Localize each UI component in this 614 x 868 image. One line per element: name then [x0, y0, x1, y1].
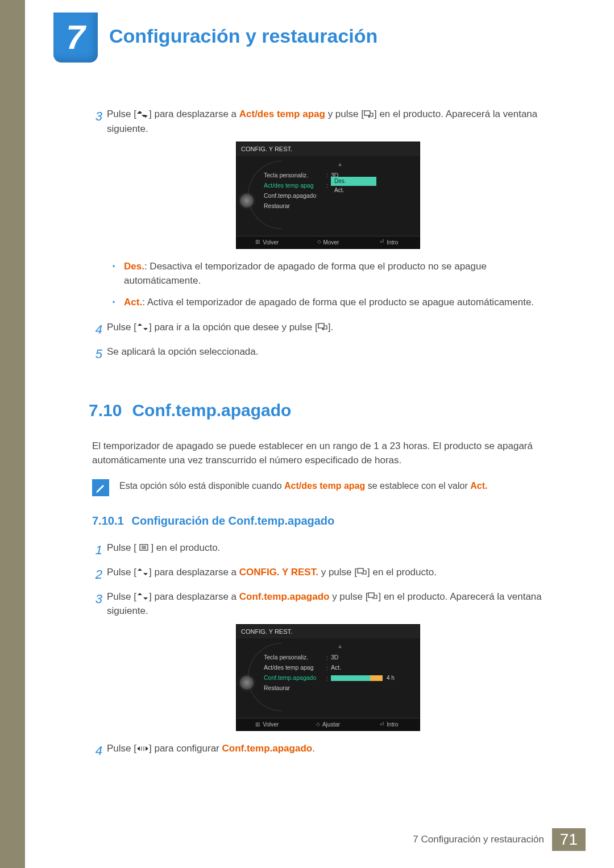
- highlight-text: Act.: [470, 481, 487, 491]
- osd-footer-back: ▥Volver: [237, 720, 297, 729]
- subsection-title-text: Configuración de Conf.temp.apagado: [132, 512, 335, 529]
- menu-icon: ▥: [255, 721, 260, 729]
- text: ] en el producto.: [148, 542, 221, 553]
- diamond-icon: ◇: [317, 238, 321, 246]
- sidebar-accent: [0, 0, 25, 868]
- text: ] para configurar: [149, 743, 222, 754]
- osd-item-value: Act.: [331, 663, 416, 672]
- bullet-icon: •: [113, 259, 124, 288]
- svg-rect-0: [364, 111, 370, 115]
- text: Pulse [: [107, 322, 136, 333]
- sub-step-2: 2 Pulse [] para desplazarse a CONFIG. Y …: [92, 565, 564, 584]
- text: ].: [328, 322, 333, 333]
- highlight-text: CONFIG. Y REST.: [239, 567, 318, 578]
- section-number: 7.10: [89, 397, 122, 423]
- text: ] en el producto.: [367, 567, 437, 578]
- chapter-title: Configuración y restauración: [109, 25, 377, 47]
- text: Esta opción sólo está disponible cuando: [119, 481, 284, 491]
- enter-icon: [357, 568, 367, 576]
- step-3: 3 Pulse [] para desplazarse a Act/des te…: [92, 107, 564, 136]
- text: Pulse [: [107, 743, 136, 754]
- osd-screenshot-1: CONFIG. Y REST. ▲ Tecla personaliz. : 3D…: [236, 142, 420, 249]
- up-down-icon: [136, 592, 149, 600]
- note-icon: [92, 479, 109, 496]
- step-number: 2: [90, 565, 107, 584]
- step-number: 3: [90, 107, 107, 136]
- diamond-icon: ◇: [316, 721, 320, 729]
- osd-footer-back: ▥Volver: [237, 238, 297, 247]
- osd-title: CONFIG. Y REST.: [237, 142, 420, 156]
- osd-row: Restaurar: [264, 201, 416, 211]
- osd-row-selected: Conf.temp.apagado : 4 h: [264, 673, 416, 683]
- enter-icon: ⏎: [380, 238, 384, 246]
- subsection-number: 7.10.1: [92, 512, 124, 529]
- bullet-icon: •: [113, 295, 124, 310]
- osd-slider: [331, 675, 382, 681]
- step-number: 4: [90, 741, 107, 760]
- osd-footer-enter: ⏎Intro: [359, 720, 420, 729]
- left-right-icon: [136, 745, 149, 752]
- svg-rect-7: [368, 593, 374, 597]
- section-heading: 7.10 Conf.temp.apagado: [89, 397, 564, 423]
- up-down-icon: [136, 323, 149, 331]
- highlight-text: Act.: [124, 297, 142, 308]
- section-title-text: Conf.temp.apagado: [132, 397, 291, 423]
- menu-icon: ▥: [255, 238, 260, 246]
- text: y pulse [: [318, 567, 357, 578]
- up-arrow-icon: ▲: [264, 160, 416, 168]
- text: Pulse [: [107, 567, 136, 578]
- text: y pulse [: [329, 591, 368, 602]
- sub-step-3: 3 Pulse [] para desplazarse a Conf.temp.…: [92, 589, 564, 618]
- text: Pulse [: [107, 591, 136, 602]
- osd-item-value: 3D: [331, 653, 416, 662]
- chapter-number-badge: 7: [53, 13, 98, 63]
- bullet-item: • Des.: Desactiva el temporizador de apa…: [113, 259, 564, 288]
- osd-dropdown-option: Act.: [331, 187, 347, 193]
- enter-icon: [318, 323, 328, 331]
- highlight-text: Conf.temp.apagado: [222, 743, 313, 754]
- note-block: Esta opción sólo está disponible cuando …: [92, 479, 564, 496]
- osd-row: Restaurar: [264, 683, 416, 693]
- text: ] para ir a la opción que desee y pulse …: [149, 322, 318, 333]
- text: ] para desplazarse a: [149, 109, 239, 119]
- osd-row-selected: Act/des temp apag : Des. Act.: [264, 181, 416, 191]
- highlight-text: Act/des temp apag: [239, 109, 325, 119]
- enter-icon: [368, 592, 378, 600]
- enter-icon: ⏎: [380, 721, 384, 729]
- osd-slider-value: 4 h: [387, 675, 395, 681]
- svg-rect-6: [358, 568, 363, 573]
- step-number: 1: [90, 541, 107, 559]
- bullet-item: • Act.: Activa el temporizador de apagad…: [113, 295, 564, 310]
- text: Pulse [: [107, 109, 136, 119]
- footer-chapter-label: 7 Configuración y restauración: [413, 834, 544, 845]
- osd-row: Act/des temp apag : Act.: [264, 663, 416, 673]
- up-arrow-icon: ▲: [264, 642, 416, 650]
- enter-icon: [364, 110, 374, 118]
- text: y pulse [: [325, 109, 364, 119]
- step-number: 5: [90, 344, 107, 363]
- osd-footer-enter: ⏎Intro: [359, 238, 420, 247]
- up-down-icon: [136, 568, 149, 576]
- text: ] para desplazarse a: [149, 567, 239, 578]
- sub-step-4: 4 Pulse [] para configurar Conf.temp.apa…: [92, 741, 564, 760]
- up-down-icon: [136, 110, 149, 118]
- step-4: 4 Pulse [] para ir a la opción que desee…: [92, 320, 564, 339]
- section-body: El temporizador de apagado se puede esta…: [92, 439, 564, 468]
- sub-step-1: 1 Pulse [ ] en el producto.: [92, 541, 564, 559]
- osd-footer-move: ◇Mover: [297, 238, 358, 247]
- text: se establece con el valor: [365, 481, 470, 491]
- text: : Desactiva el temporizador de apagado d…: [124, 261, 487, 286]
- page-footer: 7 Configuración y restauración 71: [413, 828, 586, 851]
- step-number: 3: [90, 589, 107, 618]
- highlight-text: Conf.temp.apagado: [239, 591, 330, 602]
- osd-arc-decoration: [248, 643, 282, 711]
- menu-icon: [139, 544, 148, 551]
- osd-arc-decoration: [248, 161, 282, 229]
- subsection-heading: 7.10.1 Configuración de Conf.temp.apagad…: [92, 512, 564, 529]
- highlight-text: Des.: [124, 261, 144, 272]
- step-number: 4: [90, 320, 107, 339]
- text: ] para desplazarse a: [149, 591, 239, 602]
- svg-rect-1: [318, 323, 324, 328]
- osd-dropdown-selected: Des.: [331, 177, 376, 186]
- text: .: [312, 743, 315, 754]
